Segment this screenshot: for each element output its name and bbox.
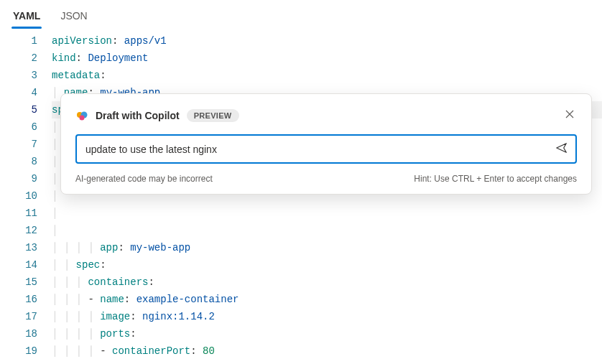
keyboard-hint: Hint: Use CTRL + Enter to accept changes (414, 174, 577, 184)
line-number: 11 (0, 205, 37, 222)
line-number: 2 (0, 50, 37, 67)
code-line: │ (52, 205, 602, 222)
line-number: 13 (0, 239, 37, 256)
line-number: 1 (0, 32, 37, 50)
line-number: 14 (0, 256, 37, 274)
line-number: 5 (0, 101, 37, 118)
code-line: │ │ │ │ ports: (52, 325, 602, 342)
close-icon[interactable] (562, 107, 577, 124)
prompt-input-container (75, 134, 577, 164)
line-number: 6 (0, 118, 37, 136)
line-number: 9 (0, 170, 37, 187)
ai-disclaimer: AI-generated code may be incorrect (75, 174, 213, 184)
preview-badge: PREVIEW (187, 109, 239, 122)
popup-footer: AI-generated code may be incorrect Hint:… (75, 174, 577, 184)
line-number: 16 (0, 291, 37, 308)
line-number: 3 (0, 67, 37, 84)
line-number: 18 (0, 325, 37, 342)
code-line: │ │ │ │ app: my-web-app (52, 239, 602, 256)
code-line: kind: Deployment (52, 50, 602, 67)
code-line: │ │ │ - name: example-container (52, 291, 602, 308)
line-number: 17 (0, 308, 37, 325)
code-line: metadata: (52, 67, 602, 84)
line-number: 8 (0, 153, 37, 170)
code-line: │ │ │ │ - containerPort: 80 (52, 342, 602, 360)
line-number-gutter: 1 2 3 4 5 6 7 8 9 10 11 12 13 14 15 16 1… (0, 32, 52, 360)
line-number: 12 (0, 222, 37, 239)
copilot-icon (75, 109, 88, 122)
line-number: 7 (0, 136, 37, 153)
copilot-prompt-input[interactable] (84, 143, 555, 156)
tab-yaml[interactable]: YAML (11, 7, 42, 29)
code-line: │ │ spec: (52, 256, 602, 274)
line-number: 15 (0, 274, 37, 291)
popup-header: Draft with Copilot PREVIEW (75, 107, 577, 124)
code-line: apiVersion: apps/v1 (52, 32, 602, 50)
copilot-draft-popup: Draft with Copilot PREVIEW AI-generated … (60, 93, 592, 195)
svg-point-2 (80, 116, 85, 121)
code-line: │ │ │ │ image: nginx:1.14.2 (52, 308, 602, 325)
format-tabs: YAML JSON (0, 0, 602, 29)
code-line: │ (52, 222, 602, 239)
line-number: 19 (0, 342, 37, 360)
popup-title: Draft with Copilot (96, 110, 180, 121)
tab-json[interactable]: JSON (59, 7, 88, 29)
code-content[interactable]: apiVersion: apps/v1 kind: Deployment met… (52, 32, 602, 360)
send-icon[interactable] (555, 141, 568, 157)
code-line: │ │ │ containers: (52, 274, 602, 291)
code-editor[interactable]: 1 2 3 4 5 6 7 8 9 10 11 12 13 14 15 16 1… (0, 29, 602, 360)
line-number: 4 (0, 84, 37, 101)
line-number: 10 (0, 187, 37, 205)
